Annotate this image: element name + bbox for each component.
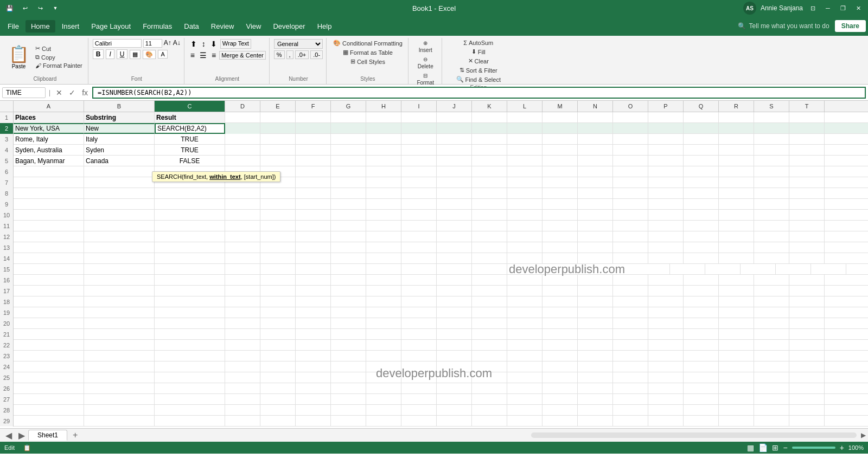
cell-h24[interactable] [366, 361, 401, 372]
cell-s28[interactable] [754, 405, 789, 416]
clear-button[interactable]: ✕ Clear [466, 57, 491, 65]
cell-b18[interactable] [84, 296, 155, 307]
cell-h11[interactable] [366, 221, 401, 231]
cell-r27[interactable] [719, 394, 754, 405]
cell-n28[interactable] [578, 405, 613, 416]
cell-b7[interactable] [84, 177, 155, 188]
cell-a10[interactable] [14, 210, 84, 221]
cell-g3[interactable] [331, 134, 366, 145]
cell-o18[interactable] [613, 296, 648, 307]
cell-b2[interactable]: New [84, 123, 155, 134]
bold-button[interactable]: B [93, 49, 104, 59]
insert-button[interactable]: ⊕ Insert [414, 39, 436, 54]
cell-n10[interactable] [578, 210, 613, 221]
cell-a9[interactable] [14, 199, 84, 210]
cell-n24[interactable] [578, 361, 613, 372]
cell-q11[interactable] [684, 221, 719, 231]
cell-b25[interactable] [84, 372, 155, 383]
cell-b22[interactable] [84, 340, 155, 351]
col-header-g[interactable]: G [331, 101, 366, 112]
cell-r19[interactable] [719, 307, 754, 318]
cell-d26[interactable] [225, 383, 260, 394]
cell-m27[interactable] [542, 394, 578, 405]
corner-cell[interactable] [0, 101, 14, 112]
cell-i20[interactable] [401, 318, 437, 329]
cell-n7[interactable] [578, 177, 613, 188]
close-button[interactable]: ✕ [853, 3, 864, 14]
cell-d15[interactable] [225, 264, 260, 275]
cell-p20[interactable] [648, 318, 684, 329]
cell-n22[interactable] [578, 340, 613, 351]
cell-d18[interactable] [225, 296, 260, 307]
cell-l28[interactable] [507, 405, 542, 416]
cell-t12[interactable] [789, 231, 825, 242]
cell-a28[interactable] [14, 405, 84, 416]
cell-f21[interactable] [296, 329, 331, 340]
cell-s4[interactable] [754, 145, 789, 156]
cell-s21[interactable] [754, 329, 789, 340]
cell-i21[interactable] [401, 329, 437, 340]
cell-p3[interactable] [648, 134, 684, 145]
cell-i28[interactable] [401, 405, 437, 416]
cell-p1[interactable] [648, 112, 684, 123]
cell-p11[interactable] [648, 221, 684, 231]
cell-h29[interactable] [366, 416, 401, 427]
font-name-input[interactable] [93, 39, 142, 48]
cell-f6[interactable] [296, 166, 331, 177]
cell-n19[interactable] [578, 307, 613, 318]
cell-l24[interactable] [507, 361, 542, 372]
cell-n20[interactable] [578, 318, 613, 329]
cell-e8[interactable] [260, 188, 296, 199]
cell-l10[interactable] [507, 210, 542, 221]
search-bar[interactable]: 🔍 Tell me what you want to do [738, 22, 829, 30]
cell-s23[interactable] [754, 351, 789, 361]
cell-g27[interactable] [331, 394, 366, 405]
cell-e13[interactable] [260, 242, 296, 253]
cell-r13[interactable] [719, 242, 754, 253]
cell-c10[interactable] [155, 210, 225, 221]
cell-f24[interactable] [296, 361, 331, 372]
cell-k17[interactable] [472, 286, 507, 296]
cell-h1[interactable] [366, 112, 401, 123]
cell-t4[interactable] [789, 145, 825, 156]
cell-j25[interactable] [437, 372, 472, 383]
cell-g7[interactable] [331, 177, 366, 188]
cell-l21[interactable] [507, 329, 542, 340]
cell-s22[interactable] [754, 340, 789, 351]
cell-c1[interactable]: Result [155, 112, 225, 123]
cell-q8[interactable] [684, 188, 719, 199]
cell-a19[interactable] [14, 307, 84, 318]
cell-d21[interactable] [225, 329, 260, 340]
cell-m1[interactable] [542, 112, 578, 123]
cell-j10[interactable] [437, 210, 472, 221]
cell-f5[interactable] [296, 156, 331, 166]
cell-a11[interactable] [14, 221, 84, 231]
cell-g11[interactable] [331, 221, 366, 231]
cell-i27[interactable] [401, 394, 437, 405]
cell-j27[interactable] [437, 394, 472, 405]
cell-e20[interactable] [260, 318, 296, 329]
cell-j21[interactable] [437, 329, 472, 340]
col-header-i[interactable]: I [401, 101, 437, 112]
sheet-tab-sheet1[interactable]: Sheet1 [28, 430, 67, 441]
cell-l16[interactable] [507, 275, 542, 286]
cell-h5[interactable] [366, 156, 401, 166]
cell-reference-box[interactable] [2, 87, 46, 98]
row-number-14[interactable]: 14 [0, 253, 14, 264]
cell-s2[interactable] [754, 123, 789, 134]
col-header-b[interactable]: B [84, 101, 155, 112]
cell-h17[interactable] [366, 286, 401, 296]
menu-page-layout[interactable]: Page Layout [86, 20, 136, 33]
row-number-13[interactable]: 13 [0, 242, 14, 253]
cell-n5[interactable] [578, 156, 613, 166]
cell-d28[interactable] [225, 405, 260, 416]
cell-l23[interactable] [507, 351, 542, 361]
menu-review[interactable]: Review [206, 20, 240, 33]
cell-t2[interactable] [789, 123, 825, 134]
cell-g29[interactable] [331, 416, 366, 427]
cell-a8[interactable] [14, 188, 84, 199]
cell-p27[interactable] [648, 394, 684, 405]
horizontal-scrollbar[interactable] [531, 432, 857, 438]
cell-k23[interactable] [472, 351, 507, 361]
cell-s3[interactable] [754, 134, 789, 145]
